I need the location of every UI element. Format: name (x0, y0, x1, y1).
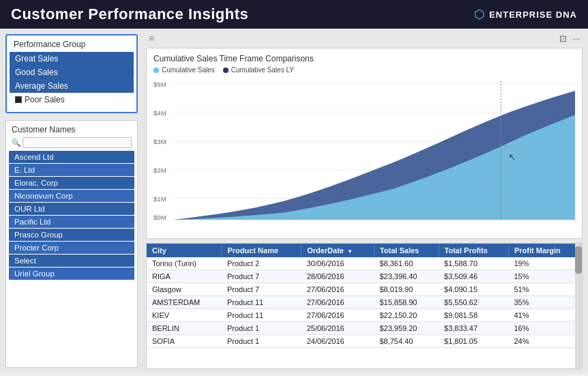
table-cell: $1,588.70 (439, 257, 508, 270)
table-cell: 35% (508, 296, 582, 309)
table-cell: $23,396.40 (374, 270, 439, 283)
table-row: KIEVProduct 1127/06/2016$22,150.20$9,081… (147, 309, 582, 322)
table-cell: KIEV (147, 309, 222, 322)
chart-area: $5M $4M $3M $2M $1M $0M (153, 78, 575, 221)
poor-sales-swatch (15, 96, 22, 103)
table-row: GlasgowProduct 727/06/2016$8,019.90$4,09… (147, 283, 582, 296)
svg-text:$0M: $0M (153, 214, 166, 221)
logo-text: ENTERPRISE DNA (489, 10, 577, 20)
legend-cumulative-sales: Cumulative Sales (153, 66, 215, 74)
customer-item[interactable]: Ascend Ltd (9, 151, 134, 163)
table-cell: 25/06/2016 (302, 322, 374, 335)
table-cell: $5,550.62 (439, 296, 508, 309)
table-cell: 24/06/2016 (302, 335, 374, 348)
svg-text:$5M: $5M (153, 81, 166, 88)
legend-dot-current (153, 68, 159, 73)
customer-item[interactable]: Uriel Group (9, 267, 134, 280)
col-profit-margin[interactable]: Profit Margin (508, 244, 582, 257)
chart-title: Cumulative Sales Time Frame Comparisons (153, 54, 575, 63)
perf-label: Good Sales (15, 68, 58, 77)
col-order-date[interactable]: OrderDate ▼ (302, 244, 374, 257)
customer-search-input[interactable] (23, 137, 132, 148)
customer-item[interactable]: Prasco Group (9, 229, 134, 241)
table-cell: $4,090.15 (439, 283, 508, 296)
table-cell: $22,150.20 (374, 309, 439, 322)
table-cell: $9,081.58 (439, 309, 508, 322)
table-row: BERLINProduct 125/06/2016$23,959.20$3,83… (147, 322, 582, 335)
expand-icon[interactable]: ⊡ (559, 33, 567, 44)
svg-text:↖: ↖ (508, 152, 516, 162)
table-cell: Product 7 (222, 283, 302, 296)
perf-item-great-sales[interactable]: Great Sales (10, 52, 134, 66)
table-row: Torino (Turin)Product 230/06/2016$8,361.… (147, 257, 582, 270)
table-cell: Product 1 (222, 322, 302, 335)
svg-text:$2M: $2M (153, 167, 166, 174)
table-cell: 15% (508, 270, 582, 283)
table-cell: 16% (508, 322, 582, 335)
legend-label-ly: Cumulative Sales LY (231, 66, 294, 74)
legend-cumulative-sales-ly: Cumulative Sales LY (223, 66, 294, 74)
col-total-profits[interactable]: Total Profits (439, 244, 508, 257)
performance-group-box: Performance Group Great Sales Good Sales… (5, 34, 138, 113)
logo-icon: ⬡ (474, 7, 485, 22)
col-total-sales[interactable]: Total Sales (374, 244, 439, 257)
drag-icon: ≡ (149, 33, 154, 44)
top-bar-icons: ⊡ ··· (559, 33, 580, 44)
perf-item-poor-sales[interactable]: Poor Sales (10, 93, 134, 106)
table-cell: SOFIA (147, 335, 222, 348)
chart-svg: $5M $4M $3M $2M $1M $0M (153, 78, 575, 221)
table-cell: AMSTERDAM (147, 296, 222, 309)
table-cell: 19% (508, 257, 582, 270)
col-product-name[interactable]: Product Name (222, 244, 302, 257)
table-cell: $23,959.20 (374, 322, 439, 335)
table-cell: Product 11 (222, 296, 302, 309)
svg-text:$4M: $4M (153, 109, 166, 117)
scrollbar[interactable] (575, 244, 582, 368)
main-content: Performance Group Great Sales Good Sales… (0, 29, 588, 373)
table-cell: 51% (508, 283, 582, 296)
perf-label: Great Sales (15, 54, 58, 63)
chart-legend: Cumulative Sales Cumulative Sales LY (153, 66, 575, 74)
top-bar: ≡ ⊡ ··· (146, 33, 583, 44)
left-panel: Performance Group Great Sales Good Sales… (0, 29, 143, 373)
table-cell: $15,858.90 (374, 296, 439, 309)
page-title: Customer Performance Insights (11, 5, 248, 23)
table-cell: $8,361.60 (374, 257, 439, 270)
customer-item-select[interactable]: Select (9, 255, 134, 267)
logo-area: ⬡ ENTERPRISE DNA (474, 7, 577, 22)
customer-item[interactable]: Niconovum Corp (9, 190, 134, 202)
table-cell: BERLIN (147, 322, 222, 335)
svg-text:$1M: $1M (153, 195, 166, 203)
performance-group-title: Performance Group (10, 40, 134, 49)
customer-item[interactable]: Elorac, Corp (9, 177, 134, 189)
perf-label: Average Sales (15, 81, 68, 91)
table-cell: $8,019.90 (374, 283, 439, 296)
customer-names-box: Customer Names 🔍 Ascend Ltd E. Ltd Elora… (5, 120, 138, 368)
customer-item[interactable]: Pacific Ltd (9, 216, 134, 228)
perf-item-good-sales[interactable]: Good Sales (10, 66, 134, 79)
table-cell: 27/06/2016 (302, 296, 374, 309)
table-cell: Product 1 (222, 335, 302, 348)
table-cell: Torino (Turin) (147, 257, 222, 270)
legend-dot-ly (223, 68, 229, 73)
table-cell: 28/06/2016 (302, 270, 374, 283)
sort-icon: ▼ (347, 248, 353, 255)
col-city[interactable]: City (147, 244, 222, 257)
svg-text:$3M: $3M (153, 138, 166, 145)
table-cell: $8,754.40 (374, 335, 439, 348)
customer-item[interactable]: E. Ltd (9, 164, 134, 176)
table-row: RIGAProduct 728/06/2016$23,396.40$3,509.… (147, 270, 582, 283)
customer-item[interactable]: OUR Ltd (9, 203, 134, 215)
scrollbar-thumb[interactable] (575, 246, 582, 274)
more-icon[interactable]: ··· (572, 33, 580, 44)
perf-item-average-sales[interactable]: Average Sales (10, 79, 134, 93)
table-cell: $3,833.47 (439, 322, 508, 335)
table-cell: 27/06/2016 (302, 309, 374, 322)
table-cell: Product 11 (222, 309, 302, 322)
data-table: City Product Name OrderDate ▼ Total Sale… (147, 244, 582, 348)
table-cell: $3,509.46 (439, 270, 508, 283)
customer-item[interactable]: Procter Corp (9, 242, 134, 254)
table-cell: Product 2 (222, 257, 302, 270)
chart-container: Cumulative Sales Time Frame Comparisons … (146, 48, 583, 239)
search-icon: 🔍 (12, 139, 21, 147)
